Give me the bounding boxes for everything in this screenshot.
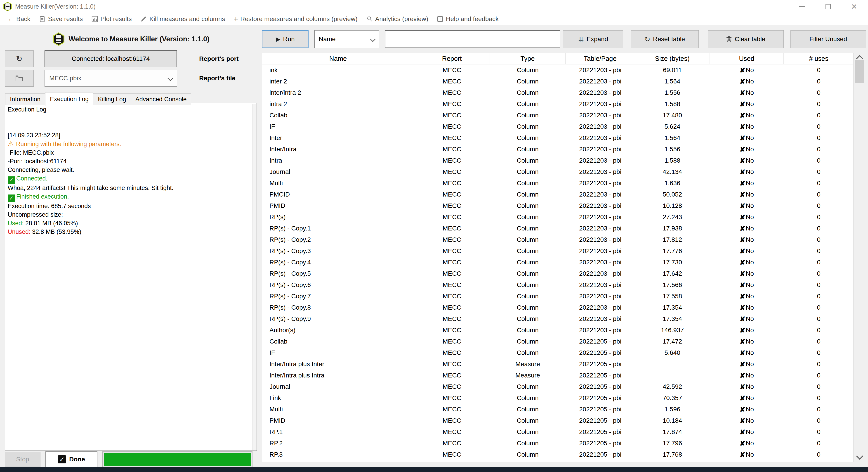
menu-help[interactable]: Help and feedback — [432, 13, 503, 25]
col-header-table-page[interactable]: Table/Page — [565, 53, 635, 64]
connection-status-button[interactable]: Connected: localhost:61174 — [44, 51, 177, 67]
table-row[interactable]: MultiMECCColumn20221205 - pbi1.596✘No0 — [262, 404, 866, 415]
cell-table-page: 20221205 - pbi — [565, 392, 635, 404]
table-row[interactable]: CollabMECCColumn20221203 - pbi17.480✘No0 — [262, 110, 866, 121]
table-row[interactable]: Inter/Intra plus IntraMECCMeasure2022120… — [262, 370, 866, 381]
table-row[interactable]: inkMECCColumn20221203 - pbi69.011✘No0 — [262, 64, 866, 76]
cell-type: Column — [490, 404, 565, 415]
cell-used: ✘No — [710, 234, 784, 245]
tab-killing-log[interactable]: Killing Log — [93, 93, 131, 105]
table-row[interactable]: PMIDMECCColumn20221205 - pbi10.184✘No0 — [262, 415, 866, 426]
table-row[interactable]: RP.1MECCColumn20221205 - pbi17.874✘No0 — [262, 426, 866, 438]
pen-icon — [141, 16, 147, 22]
tab-information[interactable]: Information — [5, 93, 45, 105]
table-row[interactable]: inter 2MECCColumn20221203 - pbi1.564✘No0 — [262, 76, 866, 87]
cell-table-page: 20221205 - pbi — [565, 438, 635, 449]
table-row[interactable]: inter/intra 2MECCColumn20221203 - pbi1.5… — [262, 87, 866, 98]
cell-uses: 0 — [784, 358, 854, 370]
tab-execution-log[interactable]: Execution Log — [45, 92, 93, 106]
menu-analytics[interactable]: Analytics (preview) — [362, 13, 433, 25]
run-button[interactable]: ▶ Run — [262, 30, 309, 48]
menu-save-results[interactable]: Save results — [35, 13, 87, 25]
menu-restore-measures[interactable]: + Restore measures and columns (preview) — [229, 13, 362, 25]
filter-unused-button[interactable]: Filter Unused — [790, 30, 866, 48]
table-row[interactable]: Inter/Intra plus InterMECCMeasure2022120… — [262, 358, 866, 370]
cell-report: MECC — [414, 98, 490, 110]
menu-plot-results[interactable]: Plot results — [87, 13, 136, 25]
log-port-line: -Port: localhost:61174 — [8, 157, 251, 166]
table-row[interactable]: RP(s) - Copy.4MECCColumn20221203 - pbi17… — [262, 257, 866, 268]
table-row[interactable]: LinkMECCColumn20221205 - pbi70.357✘No0 — [262, 392, 866, 404]
table-row[interactable]: IntraMECCColumn20221203 - pbi1.588✘No0 — [262, 155, 866, 166]
col-header-name[interactable]: Name — [262, 53, 414, 64]
table-row[interactable]: JournalMECCColumn20221205 - pbi42.592✘No… — [262, 381, 866, 392]
table-row[interactable]: RP(s) - Copy.3MECCColumn20221203 - pbi17… — [262, 245, 866, 257]
table-row[interactable]: RP.3MECCColumn20221205 - pbi17.768✘No0 — [262, 449, 866, 460]
table-row[interactable]: RP.2MECCColumn20221205 - pbi17.796✘No0 — [262, 438, 866, 449]
table-row[interactable]: CollabMECCColumn20221205 - pbi17.472✘No0 — [262, 336, 866, 347]
scroll-down-icon[interactable] — [856, 452, 863, 460]
col-header-uses[interactable]: # uses — [784, 53, 854, 64]
done-checkbox[interactable]: ✓ — [58, 455, 66, 464]
table-row[interactable]: RP(s) - Copy.2MECCColumn20221203 - pbi17… — [262, 234, 866, 245]
cell-used: ✘No — [710, 370, 784, 381]
log-scrollbar[interactable] — [252, 104, 256, 450]
cell-table-page: 20221203 - pbi — [565, 98, 635, 110]
welcome-header: Welcome to Measure Killer (Version: 1.1.… — [5, 30, 257, 49]
cell-size: 17.566 — [635, 279, 710, 291]
col-header-report[interactable]: Report — [414, 53, 490, 64]
restore-icon — [826, 4, 831, 9]
table-row[interactable]: RP(s) - Copy.1MECCColumn20221203 - pbi17… — [262, 223, 866, 234]
close-button[interactable]: × — [843, 0, 865, 13]
menu-kill-measures[interactable]: Kill measures and columns — [136, 13, 229, 25]
x-icon: ✘ — [740, 78, 745, 86]
table-row[interactable]: InterMECCColumn20221203 - pbi1.564✘No0 — [262, 132, 866, 144]
refresh-connection-button[interactable]: ↻ — [5, 51, 34, 67]
cell-used: ✘No — [710, 76, 784, 87]
clear-table-button[interactable]: Clear table — [708, 30, 784, 48]
table-row[interactable]: IFMECCColumn20221203 - pbi5.624✘No0 — [262, 121, 866, 132]
col-header-size[interactable]: Size (bytes) — [635, 53, 710, 64]
expand-button[interactable]: ⇊ Expand — [563, 30, 623, 48]
table-row[interactable]: intra 2MECCColumn20221203 - pbi1.588✘No0 — [262, 98, 866, 110]
report-file-dropdown[interactable]: MECC.pbix — [44, 70, 177, 87]
x-icon: ✘ — [740, 304, 745, 312]
cell-used: ✘No — [710, 166, 784, 178]
minimize-button[interactable] — [792, 0, 813, 13]
table-row[interactable]: JournalMECCColumn20221203 - pbi42.134✘No… — [262, 166, 866, 178]
search-input[interactable] — [385, 31, 560, 48]
tab-advanced-console[interactable]: Advanced Console — [131, 93, 191, 105]
x-icon: ✘ — [740, 225, 745, 233]
stop-button[interactable]: Stop — [5, 452, 40, 467]
x-icon: ✘ — [740, 259, 745, 266]
table-row[interactable]: IFMECCColumn20221205 - pbi5.640✘No0 — [262, 347, 866, 358]
col-header-type[interactable]: Type — [490, 53, 565, 64]
browse-file-button[interactable] — [5, 70, 34, 87]
menu-back[interactable]: ← Back — [3, 13, 35, 25]
col-header-used[interactable]: Used — [710, 53, 784, 64]
table-row[interactable]: Inter/IntraMECCColumn20221203 - pbi1.556… — [262, 144, 866, 155]
table-row[interactable]: RP(s)MECCColumn20221203 - pbi27.243✘No0 — [262, 211, 866, 223]
table-row[interactable]: RP(s) - Copy.5MECCColumn20221203 - pbi17… — [262, 268, 866, 279]
sort-column-dropdown[interactable]: Name — [314, 30, 379, 48]
x-icon: ✘ — [740, 417, 745, 425]
window-title: Measure Killer(Version: 1.1.0) — [15, 0, 96, 13]
table-row[interactable]: PMCIDMECCColumn20221203 - pbi50.052✘No0 — [262, 189, 866, 200]
table-row[interactable]: Author(s)MECCColumn20221203 - pbi146.937… — [262, 325, 866, 336]
table-row[interactable]: RP(s) - Copy.7MECCColumn20221203 - pbi17… — [262, 291, 866, 302]
x-icon: ✘ — [740, 123, 745, 131]
table-row[interactable]: RP(s) - Copy.8MECCColumn20221203 - pbi17… — [262, 302, 866, 313]
magnifier-icon — [366, 16, 373, 22]
table-row[interactable]: RP(s) - Copy.6MECCColumn20221203 - pbi17… — [262, 279, 866, 291]
reset-table-button[interactable]: ↻ Reset table — [631, 30, 699, 48]
scrollbar-thumb[interactable] — [855, 60, 864, 83]
restore-button[interactable] — [817, 0, 839, 13]
x-icon: ✘ — [740, 168, 745, 176]
table-row[interactable]: RP(s) - Copy.9MECCColumn20221203 - pbi17… — [262, 313, 866, 325]
table-row[interactable]: MultiMECCColumn20221203 - pbi1.636✘No0 — [262, 178, 866, 189]
table-scrollbar[interactable] — [853, 53, 866, 462]
cell-table-page: 20221203 - pbi — [565, 166, 635, 178]
cell-name: RP(s) - Copy.1 — [262, 223, 414, 234]
table-row[interactable]: PMIDMECCColumn20221203 - pbi10.128✘No0 — [262, 200, 866, 211]
results-table: Name Report Type Table/Page Size (bytes)… — [262, 53, 866, 462]
